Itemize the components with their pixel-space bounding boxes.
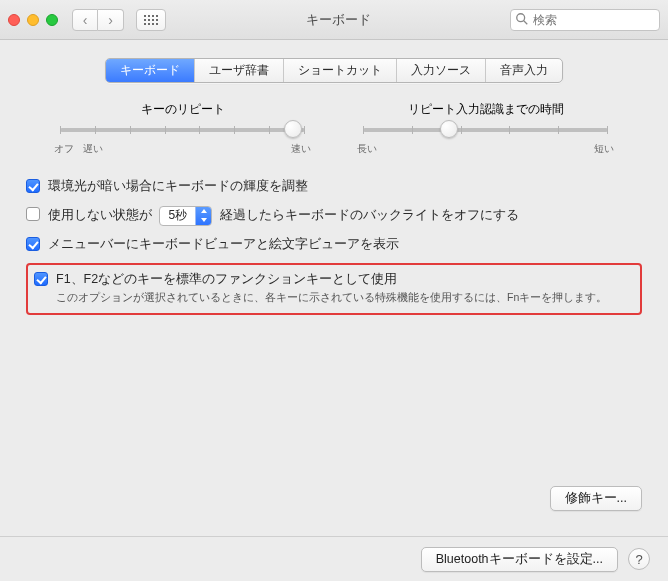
tab-dictation[interactable]: 音声入力 — [486, 59, 562, 82]
delay-slider[interactable] — [363, 128, 608, 132]
label-brightness: 環境光が暗い場合にキーボードの輝度を調整 — [48, 178, 308, 196]
label-idle: 使用しない状態が 5秒 経過したらキーボードのバックライトをオフにする — [48, 206, 519, 226]
checkbox-viewer[interactable] — [26, 237, 40, 251]
delay-label: リピート入力認識までの時間 — [353, 101, 618, 118]
tab-keyboard[interactable]: キーボード — [106, 59, 195, 82]
tab-bar: キーボード ユーザ辞書 ショートカット 入力ソース 音声入力 — [20, 58, 648, 83]
tab-user-dict[interactable]: ユーザ辞書 — [195, 59, 284, 82]
window-controls — [8, 14, 58, 26]
chevron-right-icon: › — [108, 12, 113, 28]
delay-short-label: 短い — [594, 142, 614, 156]
nav-buttons: ‹ › — [72, 9, 124, 31]
label-fnkeys: F1、F2などのキーを標準のファンクションキーとして使用 — [56, 271, 397, 289]
delay-thumb[interactable] — [440, 120, 458, 138]
help-button[interactable]: ? — [628, 548, 650, 570]
chevron-left-icon: ‹ — [83, 12, 88, 28]
segmented-control: キーボード ユーザ辞書 ショートカット 入力ソース 音声入力 — [105, 58, 563, 83]
search-field-wrap — [510, 9, 660, 31]
row-idle: 使用しない状態が 5秒 経過したらキーボードのバックライトをオフにする — [26, 206, 642, 226]
checkbox-idle[interactable] — [26, 207, 40, 221]
svg-line-1 — [524, 20, 528, 24]
stepper-arrows-icon[interactable] — [195, 207, 211, 225]
key-repeat-slow-label: 遅い — [83, 142, 103, 156]
tab-shortcuts[interactable]: ショートカット — [284, 59, 397, 82]
key-repeat-block: キーのリピート オフ 遅い 速い — [50, 101, 315, 156]
grid-icon — [144, 15, 158, 25]
row-brightness: 環境光が暗い場合にキーボードの輝度を調整 — [26, 178, 642, 196]
idle-value: 5秒 — [160, 207, 195, 224]
key-repeat-thumb[interactable] — [284, 120, 302, 138]
idle-stepper[interactable]: 5秒 — [159, 206, 212, 226]
row-fnkeys: F1、F2などのキーを標準のファンクションキーとして使用 — [34, 271, 634, 289]
back-button[interactable]: ‹ — [72, 9, 98, 31]
search-input[interactable] — [510, 9, 660, 31]
window-title: キーボード — [174, 11, 502, 29]
minimize-icon[interactable] — [27, 14, 39, 26]
close-icon[interactable] — [8, 14, 20, 26]
sliders-row: キーのリピート オフ 遅い 速い リピート入力認識までの時間 長い 短い — [20, 101, 648, 156]
checkbox-brightness[interactable] — [26, 179, 40, 193]
zoom-icon[interactable] — [46, 14, 58, 26]
delay-block: リピート入力認識までの時間 長い 短い — [353, 101, 618, 156]
key-repeat-slider[interactable] — [60, 128, 305, 132]
key-repeat-label: キーのリピート — [50, 101, 315, 118]
fnkeys-subtext: このオプションが選択されているときに、各キーに示されている特殊機能を使用するには… — [56, 291, 634, 305]
content: キーボード ユーザ辞書 ショートカット 入力ソース 音声入力 キーのリピート オ… — [0, 40, 668, 315]
delay-long-label: 長い — [357, 142, 377, 156]
show-all-button[interactable] — [136, 9, 166, 31]
key-repeat-off-label: オフ — [54, 142, 74, 156]
search-icon — [515, 12, 529, 26]
forward-button[interactable]: › — [98, 9, 124, 31]
label-viewer: メニューバーにキーボードビューアと絵文字ビューアを表示 — [48, 236, 399, 254]
idle-prefix: 使用しない状態が — [48, 208, 152, 222]
bluetooth-keyboard-button[interactable]: Bluetoothキーボードを設定... — [421, 547, 618, 572]
footer: Bluetoothキーボードを設定... ? — [0, 536, 668, 581]
checkbox-fnkeys[interactable] — [34, 272, 48, 286]
row-fnkeys-highlight: F1、F2などのキーを標準のファンクションキーとして使用 このオプションが選択さ… — [26, 263, 642, 315]
modifier-keys-button[interactable]: 修飾キー... — [550, 486, 642, 511]
key-repeat-fast-label: 速い — [291, 142, 311, 156]
idle-suffix: 経過したらキーボードのバックライトをオフにする — [220, 208, 519, 222]
help-icon: ? — [635, 552, 642, 567]
row-viewer: メニューバーにキーボードビューアと絵文字ビューアを表示 — [26, 236, 642, 254]
titlebar: ‹ › キーボード — [0, 0, 668, 40]
option-rows: 環境光が暗い場合にキーボードの輝度を調整 使用しない状態が 5秒 経過したらキー… — [20, 178, 648, 315]
svg-point-0 — [517, 13, 525, 21]
tab-input-sources[interactable]: 入力ソース — [397, 59, 486, 82]
